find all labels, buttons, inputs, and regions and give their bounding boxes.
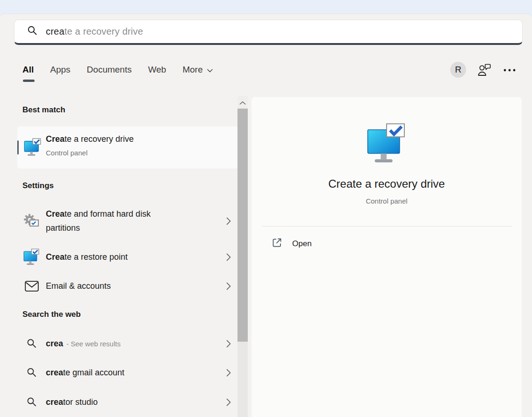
chevron-right-icon	[226, 253, 231, 261]
result-label: create gmail account	[46, 366, 124, 380]
tab-more[interactable]: More	[182, 65, 212, 82]
best-match-title: Create a recovery drive	[46, 134, 134, 144]
open-action[interactable]: Open	[272, 237, 312, 250]
search-icon	[17, 367, 46, 378]
avatar[interactable]: R	[450, 62, 466, 78]
chevron-right-icon	[226, 369, 231, 377]
search-input[interactable]: create a recovery drive	[14, 20, 523, 45]
web-suggestion-crea[interactable]: crea - See web results	[17, 330, 237, 357]
tab-apps[interactable]: Apps	[50, 65, 70, 82]
open-label: Open	[292, 239, 312, 249]
chevron-up-icon	[239, 98, 246, 107]
results-scrollbar[interactable]	[237, 96, 248, 417]
chevron-right-icon	[226, 340, 231, 348]
selection-accent-bar	[17, 140, 19, 154]
recovery-drive-icon	[23, 138, 42, 159]
chevron-down-icon	[207, 65, 213, 75]
search-icon	[27, 25, 38, 38]
tab-web[interactable]: Web	[148, 65, 166, 82]
search-panel: create a recovery drive All Apps Documen…	[0, 14, 532, 417]
best-match-result[interactable]: Create a recovery drive Control panel	[17, 126, 237, 168]
result-disk-partitions[interactable]: Create and format hard disk partitions	[17, 201, 237, 241]
detail-panel: Create a recovery drive Control panel Op…	[252, 97, 522, 417]
result-label: creator studio	[46, 395, 98, 409]
email-icon	[17, 281, 46, 292]
recovery-drive-icon	[367, 123, 407, 167]
detail-subtitle: Control panel	[252, 197, 522, 205]
disk-partition-icon	[17, 213, 46, 229]
search-icon	[17, 396, 46, 408]
restore-point-icon	[17, 249, 46, 266]
search-the-web-header: Search the web	[22, 310, 81, 319]
ellipsis-icon[interactable]	[501, 62, 518, 79]
web-suggestion-creator-studio[interactable]: creator studio	[17, 389, 237, 415]
result-label: Create a restore point	[46, 250, 128, 264]
result-label: Create and format hard disk partitions	[46, 207, 179, 235]
result-label: Email & accounts	[46, 279, 111, 293]
scrollbar-thumb[interactable]	[237, 109, 248, 342]
settings-header: Settings	[22, 181, 54, 190]
best-match-subtitle: Control panel	[46, 149, 87, 157]
result-email-accounts[interactable]: Email & accounts	[17, 273, 237, 299]
detail-title: Create a recovery drive	[252, 177, 522, 190]
search-completion-text: te a recovery drive	[65, 26, 143, 37]
web-suggestion-create-gmail-account[interactable]: create gmail account	[17, 359, 237, 386]
search-query-text: create a recovery drive	[46, 26, 143, 37]
tab-documents[interactable]: Documents	[87, 65, 132, 82]
filter-tab-bar: All Apps Documents Web More	[22, 65, 213, 82]
scroll-up-button[interactable]	[237, 96, 248, 109]
see-web-results-note: - See web results	[66, 340, 121, 348]
open-external-icon	[272, 237, 282, 250]
best-match-header: Best match	[22, 105, 65, 115]
search-icon	[17, 338, 46, 349]
chevron-right-icon	[226, 217, 231, 225]
result-restore-point[interactable]: Create a restore point	[17, 243, 237, 271]
search-typed-text: crea	[46, 26, 65, 37]
divider	[262, 226, 512, 227]
tab-all[interactable]: All	[22, 65, 34, 82]
chevron-right-icon	[226, 398, 231, 406]
result-label: crea	[46, 337, 63, 351]
person-feedback-icon[interactable]	[476, 62, 493, 79]
windows-search-flyout: create a recovery drive All Apps Documen…	[0, 0, 532, 417]
chevron-right-icon	[226, 282, 231, 290]
